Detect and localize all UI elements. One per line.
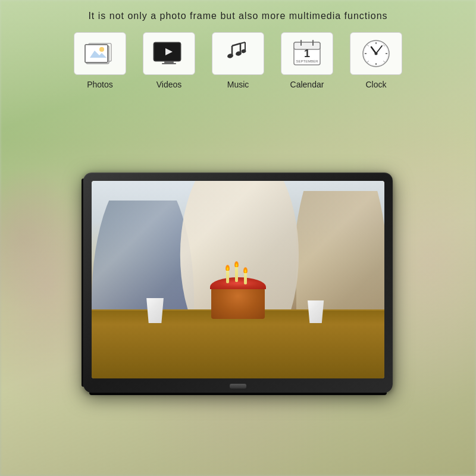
svg-point-37 xyxy=(375,52,378,55)
clock-icon xyxy=(360,37,392,70)
calendar-label: Calendar xyxy=(290,80,324,89)
headline-text: It is not only a photo frame but also mo… xyxy=(88,11,387,21)
flame-2 xyxy=(234,261,239,267)
frame-outer xyxy=(83,173,393,393)
svg-rect-10 xyxy=(162,63,176,64)
svg-line-18 xyxy=(240,42,245,43)
flame-1 xyxy=(226,265,230,271)
clock-label: Clock xyxy=(365,80,386,89)
svg-point-4 xyxy=(99,47,104,52)
videos-icon xyxy=(151,40,187,67)
videos-icon-box xyxy=(143,32,195,75)
feature-photos: Photos xyxy=(74,32,126,89)
features-row: Photos Videos xyxy=(74,32,402,89)
flame-3 xyxy=(243,267,248,273)
svg-text:SEPTEMBER: SEPTEMBER xyxy=(296,60,318,63)
screen-content xyxy=(92,181,384,378)
candle-1 xyxy=(226,270,229,283)
top-section: It is not only a photo frame but also mo… xyxy=(0,0,476,167)
cake-base xyxy=(211,286,265,319)
table-surface xyxy=(92,309,384,378)
candle-2 xyxy=(235,267,238,282)
svg-rect-9 xyxy=(164,61,174,63)
music-label: Music xyxy=(227,80,249,89)
frame-screen xyxy=(92,181,384,378)
svg-line-13 xyxy=(232,43,240,46)
feature-clock: Clock xyxy=(350,32,402,89)
calendar-icon: 1 SEPTEMBER xyxy=(291,37,323,70)
feature-music: Music xyxy=(212,32,264,89)
feature-videos: Videos xyxy=(143,32,195,89)
feature-calendar: 1 SEPTEMBER Calendar xyxy=(281,32,333,89)
svg-text:1: 1 xyxy=(304,48,310,60)
calendar-icon-box: 1 SEPTEMBER xyxy=(281,32,333,75)
photos-icon-box xyxy=(74,32,126,75)
photos-icon xyxy=(84,40,116,67)
music-icon xyxy=(221,39,255,68)
photos-label: Photos xyxy=(87,80,113,89)
music-icon-box xyxy=(212,32,264,75)
candle-3 xyxy=(244,273,247,284)
videos-label: Videos xyxy=(156,80,182,89)
digital-frame xyxy=(83,173,393,393)
frame-button[interactable] xyxy=(230,384,246,389)
clock-icon-box xyxy=(350,32,402,75)
